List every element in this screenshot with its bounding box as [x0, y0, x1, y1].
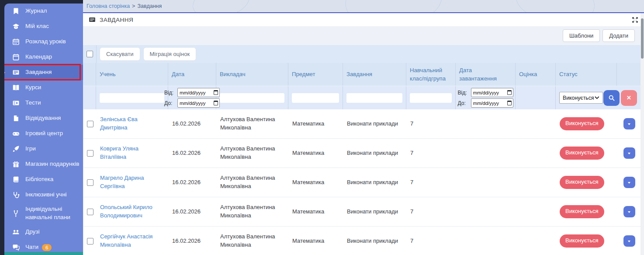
- student-link[interactable]: Коврига Уляна Віталіївна: [100, 145, 163, 161]
- column-header: Статус: [556, 63, 617, 86]
- row-actions-dropdown[interactable]: [623, 206, 635, 217]
- sidebar-item-chats[interactable]: Чати6: [4, 240, 83, 252]
- row-actions-dropdown[interactable]: [623, 147, 635, 159]
- sidebar-item-gift-shop[interactable]: Магазин подарунків: [4, 157, 83, 172]
- status-cell: Виконується: [556, 197, 617, 226]
- sidebar-item-schedule[interactable]: Розклад уроків: [4, 34, 83, 49]
- clear-filter-button[interactable]: ✕: [621, 90, 637, 106]
- templates-button[interactable]: Шаблони: [563, 29, 600, 42]
- cancel-button[interactable]: Скасувати: [100, 47, 140, 61]
- caret-down-icon: [628, 182, 630, 184]
- sidebar-item-courses[interactable]: Курси: [4, 80, 83, 95]
- sidebar-item-label: Індивідуальні навчальні плани: [25, 205, 80, 222]
- games-icon: [12, 145, 20, 153]
- breadcrumb-current: Завдання: [137, 3, 162, 9]
- sidebar-item-tasks[interactable]: Завдання: [4, 65, 83, 80]
- row-actions-dropdown[interactable]: [623, 177, 635, 188]
- date-from-input[interactable]: mm/dd/yyyy: [177, 88, 220, 97]
- status-cell: Виконується: [556, 227, 617, 255]
- column-header: Викладач: [216, 63, 288, 86]
- row-actions-dropdown[interactable]: [623, 118, 635, 129]
- sidebar-item-label: Ігри: [25, 145, 36, 153]
- class-group-filter-input[interactable]: [410, 93, 452, 103]
- class-group: 7: [407, 109, 456, 138]
- upload-date-from-input[interactable]: mm/dd/yyyy: [471, 88, 513, 97]
- table-row: Магрело Дарина Сергіївна16.02.2026Алтухо…: [83, 168, 641, 197]
- close-icon: ✕: [627, 95, 631, 101]
- date-from-label: Від:: [164, 90, 176, 96]
- student-cell: Зелінська Єва Дмитрівна: [97, 109, 169, 138]
- teacher-filter-input[interactable]: [220, 93, 284, 103]
- gift-shop-icon: [12, 161, 20, 168]
- student-filter-input[interactable]: [100, 93, 164, 103]
- courses-icon: [12, 84, 20, 92]
- sidebar-item-attendance[interactable]: Відвідування: [4, 111, 83, 126]
- search-button[interactable]: [603, 90, 620, 106]
- grade: [516, 109, 556, 138]
- scrollbar[interactable]: [641, 13, 644, 255]
- column-header: Дата: [168, 63, 216, 86]
- journal-icon: [12, 7, 20, 15]
- status-badge: Виконується: [560, 234, 604, 248]
- sidebar-item-game-center[interactable]: Ігровий центр: [4, 126, 83, 141]
- sidebar-item-calendar[interactable]: Календар: [4, 49, 83, 65]
- row-checkbox[interactable]: [87, 150, 93, 157]
- upload-date-to-input[interactable]: mm/dd/yyyy: [471, 98, 513, 108]
- row-checkbox[interactable]: [87, 121, 93, 127]
- attendance-icon: [12, 115, 20, 122]
- student-link[interactable]: Магрело Дарина Сергіївна: [100, 174, 163, 191]
- column-header: Дата завантаження: [456, 63, 516, 86]
- sidebar-item-label: Мій клас: [25, 22, 49, 31]
- friends-icon: [12, 228, 20, 236]
- row-actions-dropdown[interactable]: [623, 235, 635, 247]
- student-link[interactable]: Зелінська Єва Дмитрівна: [100, 115, 163, 132]
- expand-icon[interactable]: [632, 17, 638, 23]
- grade: [516, 168, 556, 197]
- student-link[interactable]: Опольський Кирило Володимирович: [100, 203, 163, 220]
- chats-badge: 6: [42, 244, 52, 251]
- sidebar-item-plans[interactable]: Індивідуальні навчальні плани: [4, 203, 83, 224]
- row-checkbox[interactable]: [87, 209, 93, 215]
- row-checkbox[interactable]: [87, 179, 93, 186]
- class-group: 7: [407, 197, 456, 226]
- task-date: 16.02.2026: [169, 139, 217, 168]
- inclusive-icon: [12, 191, 20, 199]
- grade-migration-button[interactable]: Міграція оцінок: [143, 47, 197, 61]
- status-filter-select[interactable]: Виконується: [559, 92, 603, 104]
- sidebar-menu: ЖурналМій класРозклад уроківКалендарЗавд…: [4, 3, 83, 252]
- sidebar-item-friends[interactable]: Друзі: [4, 224, 83, 240]
- sidebar-item-library[interactable]: Бібліотека: [4, 172, 83, 187]
- breadcrumb-home-link[interactable]: Головна сторінка: [87, 3, 130, 9]
- task-date: 16.02.2026: [169, 109, 217, 138]
- grade: [516, 139, 556, 168]
- student-link[interactable]: Сергійчук Анастасія Миколаївна: [100, 233, 163, 249]
- caret-down-icon: [628, 153, 630, 154]
- select-all-checkbox[interactable]: [87, 51, 93, 57]
- task-filter-input[interactable]: [346, 93, 402, 103]
- scrollbar-thumb[interactable]: [641, 18, 644, 59]
- sidebar-item-inclusive[interactable]: Інклюзивні учні: [4, 187, 83, 203]
- status-cell: Виконується: [556, 168, 617, 197]
- game-center-icon: [12, 130, 20, 138]
- page-title: ЗАВДАННЯ: [100, 17, 632, 23]
- upload-date: [456, 109, 516, 138]
- sidebar-item-games[interactable]: Ігри: [4, 141, 83, 157]
- task-date: 16.02.2026: [169, 197, 217, 226]
- my-class-icon: [12, 23, 20, 31]
- date-to-input[interactable]: mm/dd/yyyy: [177, 98, 220, 108]
- sidebar-item-label: Журнал: [25, 7, 47, 15]
- library-icon: [12, 176, 20, 184]
- column-header: Оцінка: [516, 63, 556, 86]
- subject-name: Математика: [289, 227, 343, 255]
- sidebar-item-tests[interactable]: Тести: [4, 95, 83, 111]
- caret-down-icon: [628, 123, 630, 125]
- chats-icon: [12, 244, 20, 252]
- row-checkbox[interactable]: [87, 238, 93, 245]
- sidebar-item-journal[interactable]: Журнал: [4, 3, 83, 19]
- select-all-cell: [83, 45, 97, 63]
- active-item-arrow: [4, 70, 5, 75]
- row-actions-cell: [617, 197, 641, 226]
- sidebar-item-my-class[interactable]: Мій клас: [4, 19, 83, 34]
- subject-filter-input[interactable]: [292, 93, 339, 103]
- add-button[interactable]: Додати: [602, 29, 635, 42]
